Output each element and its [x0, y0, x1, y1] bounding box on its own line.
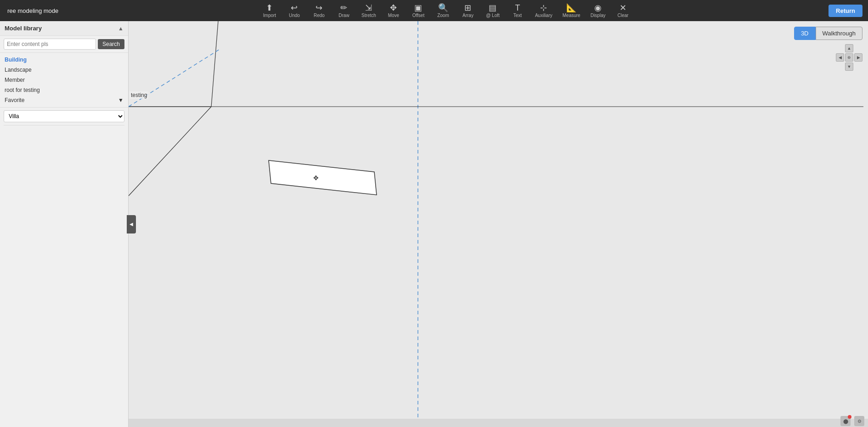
sidebar-nav-root_for_testing[interactable]: root for testing — [4, 85, 124, 95]
search-input[interactable] — [4, 39, 96, 50]
measure-icon: 📐 — [566, 4, 576, 12]
redo-label: Redo — [314, 13, 325, 18]
collapse-chevron[interactable]: ▲ — [118, 25, 124, 32]
model-grid — [0, 128, 128, 427]
svg-line-4 — [129, 49, 220, 107]
undo-label: Undo — [289, 13, 300, 18]
display-label: Display — [591, 13, 606, 18]
sidebar-nav-landscape[interactable]: Landscape — [4, 65, 124, 75]
notification-dot — [848, 415, 851, 419]
toolbar-right: Return — [829, 5, 866, 17]
bottom-bar: ⬤ ⚙ — [129, 419, 868, 427]
tool-zoom[interactable]: 🔍Zoom — [431, 2, 455, 19]
sidebar: Model library ▲ Search BuildingLandscape… — [0, 21, 129, 427]
tool-array[interactable]: ⊞Array — [456, 2, 480, 19]
tool-redo[interactable]: ↪Redo — [307, 2, 331, 19]
text-label: Text — [513, 13, 522, 18]
tool-loft[interactable]: ▤@ Loft — [481, 2, 505, 19]
tool-import[interactable]: ⬆Import — [258, 2, 282, 19]
loft-label: @ Loft — [486, 13, 500, 18]
stretch-icon: ⇲ — [365, 4, 372, 12]
tool-undo[interactable]: ↩Undo — [282, 2, 306, 19]
import-label: Import — [263, 13, 276, 18]
main-layout: Model library ▲ Search BuildingLandscape… — [0, 21, 868, 427]
sidebar-favorite[interactable]: Favorite▼ — [4, 95, 124, 105]
sidebar-nav: BuildingLandscapeMemberroot for testingF… — [0, 53, 128, 108]
tool-text[interactable]: TText — [506, 2, 530, 19]
search-button[interactable]: Search — [98, 39, 124, 49]
tool-clear[interactable]: ✕Clear — [611, 2, 635, 19]
tool-move[interactable]: ✥Move — [382, 2, 406, 19]
auxiliary-label: Auxiliary — [535, 13, 552, 18]
notifications-icon[interactable]: ⬤ — [840, 416, 851, 426]
category-select[interactable]: VillaModernClassicContemporary — [4, 110, 124, 122]
display-icon: ◉ — [594, 4, 602, 12]
tool-display[interactable]: ◉Display — [586, 2, 610, 19]
offset-label: Offset — [412, 13, 425, 18]
draw-icon: ✏ — [340, 4, 347, 12]
array-icon: ⊞ — [464, 4, 471, 12]
sidebar-nav-building[interactable]: Building — [4, 55, 124, 65]
tool-stretch[interactable]: ⇲Stretch — [357, 2, 381, 19]
measure-label: Measure — [563, 13, 581, 18]
sidebar-collapse-toggle[interactable]: ◀ — [127, 215, 136, 233]
tool-measure[interactable]: 📐Measure — [558, 2, 585, 19]
svg-text:✥: ✥ — [313, 174, 319, 182]
text-icon: T — [515, 4, 520, 12]
sidebar-nav-member[interactable]: Member — [4, 75, 124, 85]
canvas-area[interactable]: 3D Walkthrough ▲ ◀ ⊕ ▶ ▼ — [129, 21, 868, 427]
svg-marker-6 — [269, 160, 377, 195]
mode-title: ree modeling mode — [2, 7, 64, 14]
tool-auxiliary[interactable]: ⊹Auxiliary — [530, 2, 557, 19]
stretch-label: Stretch — [361, 13, 376, 18]
toolbar: ree modeling mode ⬆Import↩Undo↪Redo✏Draw… — [0, 0, 868, 21]
sidebar-search: Search — [0, 36, 128, 53]
svg-line-5 — [129, 107, 211, 196]
toolbar-tools: ⬆Import↩Undo↪Redo✏Draw⇲Stretch✥Move▣Offs… — [64, 2, 829, 19]
clear-icon: ✕ — [620, 4, 626, 12]
undo-icon: ↩ — [291, 4, 298, 12]
loft-icon: ▤ — [489, 4, 496, 12]
offset-icon: ▣ — [414, 4, 422, 12]
tool-offset[interactable]: ▣Offset — [406, 2, 430, 19]
zoom-icon: 🔍 — [438, 4, 448, 12]
return-button[interactable]: Return — [829, 5, 862, 17]
favorite-label: Favorite — [5, 97, 24, 103]
model-library-title: Model library — [5, 25, 42, 32]
clear-label: Clear — [618, 13, 629, 18]
bottom-icons: ⬤ ⚙ — [840, 416, 864, 426]
canvas-svg: ✥ — [129, 21, 868, 427]
draw-label: Draw — [338, 13, 349, 18]
sidebar-category: VillaModernClassicContemporary — [4, 110, 124, 125]
import-icon: ⬆ — [266, 4, 273, 12]
svg-line-2 — [211, 21, 218, 107]
array-label: Array — [462, 13, 473, 18]
auxiliary-icon: ⊹ — [540, 4, 547, 12]
tool-draw[interactable]: ✏Draw — [332, 2, 356, 19]
move-label: Move — [388, 13, 399, 18]
redo-icon: ↪ — [316, 4, 322, 12]
settings-icon[interactable]: ⚙ — [854, 416, 864, 426]
zoom-label: Zoom — [437, 13, 449, 18]
favorite-chevron[interactable]: ▼ — [118, 97, 124, 103]
move-icon: ✥ — [390, 4, 397, 12]
sidebar-header: Model library ▲ — [0, 21, 128, 36]
